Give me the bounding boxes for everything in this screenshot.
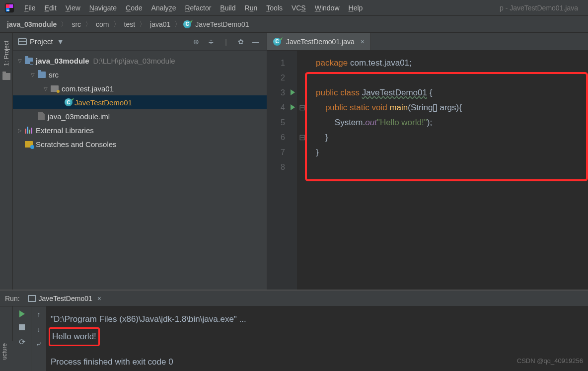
console-output[interactable]: "D:\Program Files (x86)\Java\jdk-1.8\bin…: [47, 306, 588, 371]
crumb-src[interactable]: src: [70, 20, 83, 28]
menu-refactor[interactable]: Refactor: [180, 4, 216, 12]
editor: C JaveTestDemo01.java × 1 2 3 4 5 6 7 8 …: [267, 33, 588, 290]
svg-rect-1: [7, 9, 10, 10]
project-view-icon: [18, 38, 27, 45]
crumb-project[interactable]: java_03module: [5, 20, 59, 28]
tab-structure-vertical[interactable]: ucture: [0, 341, 9, 362]
menu-edit[interactable]: Edit: [40, 4, 61, 12]
tree-src[interactable]: ▽ src: [13, 68, 267, 81]
run-config-name[interactable]: JaveTestDemo01: [39, 295, 92, 302]
module-file-icon: [38, 112, 45, 120]
arrow-up-icon[interactable]: ↑: [37, 310, 41, 318]
annotation-box-output: Hello world!: [49, 327, 100, 346]
editor-tab-row: C JaveTestDemo01.java ×: [267, 33, 588, 51]
menu-window[interactable]: Window: [310, 4, 344, 12]
class-icon: C: [183, 20, 191, 28]
tree-root[interactable]: ▽ java_03module D:\LLH\p\java_03module: [13, 54, 267, 68]
menu-file[interactable]: File: [20, 4, 40, 12]
menu-run[interactable]: Run: [240, 4, 262, 12]
stop-icon[interactable]: [19, 324, 25, 330]
tree-scratches[interactable]: Scratches and Consoles: [13, 137, 267, 151]
intellij-logo-icon: [4, 2, 15, 13]
menu-analyze[interactable]: Analyze: [147, 4, 181, 12]
arrow-down-icon[interactable]: ↓: [37, 325, 41, 333]
tab-project-vertical[interactable]: 1: Project: [2, 37, 11, 70]
run-panel: Run: JaveTestDemo01 × ucture ⟳ ↑ ↓ ⤶ "D:…: [0, 290, 588, 371]
crumb-com[interactable]: com: [94, 20, 111, 28]
package-icon: [51, 85, 59, 92]
console-exit: Process finished with exit code 0: [51, 354, 588, 370]
gutter[interactable]: 1 2 3 4 5 6 7 8: [267, 51, 297, 290]
close-icon[interactable]: ×: [97, 295, 101, 302]
tree-iml[interactable]: java_03module.iml: [13, 109, 267, 123]
folder-icon: [2, 73, 10, 80]
project-panel: Project ▼ ⊕ ≑ | ✿ — ▽ java_03module D:\L…: [13, 33, 267, 290]
run-gutter-icon[interactable]: [291, 89, 295, 95]
crumb-test[interactable]: test: [122, 20, 138, 28]
collapse-icon[interactable]: —: [250, 36, 262, 48]
locate-icon[interactable]: ⊕: [190, 36, 202, 48]
libraries-icon: [25, 127, 33, 134]
left-tool-strip: 1: Project: [0, 33, 13, 290]
menu-bar: File Edit View Navigate Code Analyze Ref…: [0, 0, 588, 16]
watermark: CSDN @qq_40919256: [517, 353, 583, 369]
console-cmd: "D:\Program Files (x86)\Java\jdk-1.8\bin…: [51, 311, 588, 327]
project-panel-header: Project ▼ ⊕ ≑ | ✿ —: [13, 33, 267, 51]
expand-icon[interactable]: ≑: [205, 36, 217, 48]
scratches-icon: [25, 141, 33, 148]
run-label: Run:: [5, 295, 20, 302]
chevron-down-icon[interactable]: ▼: [57, 38, 64, 46]
crumb-class[interactable]: JaveTestDemo01: [193, 20, 251, 28]
code-area[interactable]: package com.test.java01; public class Ja…: [307, 51, 588, 290]
run-toolbar: ⟳: [13, 306, 31, 371]
module-folder-icon: [25, 58, 33, 64]
run-config-icon: [28, 295, 36, 302]
gear-icon[interactable]: ✿: [235, 36, 247, 48]
editor-tab[interactable]: C JaveTestDemo01.java ×: [267, 33, 371, 50]
project-tree: ▽ java_03module D:\LLH\p\java_03module ▽…: [13, 51, 267, 154]
tree-class[interactable]: C JaveTestDemo01: [13, 95, 267, 109]
crumb-java01[interactable]: java01: [148, 20, 172, 28]
class-icon: C: [65, 98, 73, 106]
run-icon[interactable]: [19, 310, 25, 317]
breadcrumb: java_03module 〉 src 〉 com 〉 test 〉 java0…: [0, 16, 588, 33]
menu-navigate[interactable]: Navigate: [85, 4, 121, 12]
run-panel-header: Run: JaveTestDemo01 ×: [0, 291, 588, 306]
menu-help[interactable]: Help: [344, 4, 368, 12]
close-icon[interactable]: ×: [361, 38, 365, 46]
project-title[interactable]: Project: [30, 37, 53, 46]
class-icon: C: [273, 38, 281, 46]
menu-vcs[interactable]: VCS: [287, 4, 310, 12]
left-strip-bottom: ucture: [0, 306, 13, 371]
window-title: p - JaveTestDemo01.java: [500, 4, 584, 12]
source-folder-icon: [38, 72, 46, 78]
menu-tools[interactable]: Tools: [262, 4, 287, 12]
fold-column[interactable]: ⊟⊟: [297, 51, 307, 290]
debug-rerun-icon[interactable]: ⟳: [19, 337, 25, 347]
soft-wrap-icon[interactable]: ⤶: [36, 340, 42, 348]
menu-build[interactable]: Build: [216, 4, 240, 12]
tree-external-libs[interactable]: ▷ External Libraries: [13, 123, 267, 137]
menu-view[interactable]: View: [61, 4, 85, 12]
tree-package[interactable]: ▽ com.test.java01: [13, 81, 267, 95]
run-gutter-icon[interactable]: [291, 104, 295, 110]
menu-code[interactable]: Code: [121, 4, 147, 12]
console-nav: ↑ ↓ ⤶: [31, 306, 47, 371]
